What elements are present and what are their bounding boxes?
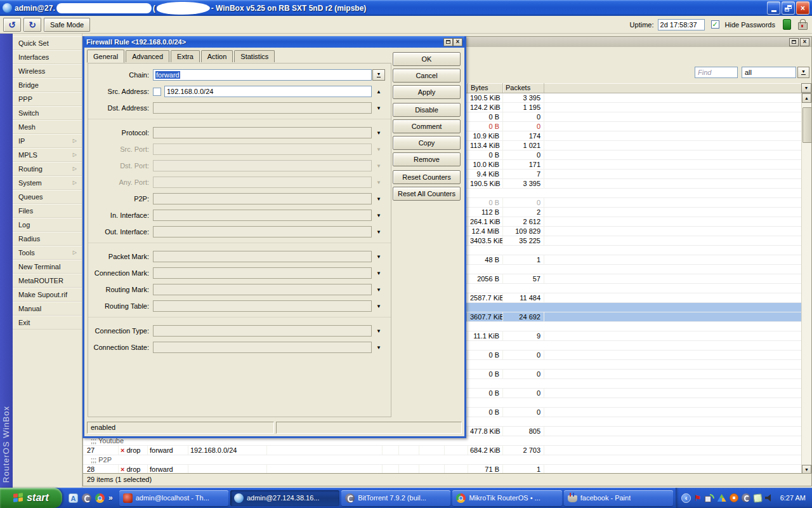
reset-counters-button[interactable]: Reset Counters xyxy=(393,170,461,184)
close-button[interactable]: × xyxy=(796,1,809,15)
sidebar-item-new-terminal[interactable]: New Terminal xyxy=(13,260,82,274)
comment-button[interactable]: Comment xyxy=(393,119,461,133)
scrollbar-thumb[interactable] xyxy=(802,107,812,143)
arrow-down-icon[interactable]: ▼ xyxy=(372,229,386,235)
dst-port-input[interactable] xyxy=(153,160,372,171)
quick-launch-bittorrent-icon[interactable] xyxy=(82,493,91,503)
remove-button[interactable]: Remove xyxy=(393,152,461,166)
wireless-icon[interactable] xyxy=(705,494,714,502)
arrow-up-icon[interactable]: ▲ xyxy=(372,89,386,95)
sidebar-item-tools[interactable]: Tools▷ xyxy=(13,246,82,260)
sidebar-item-ppp[interactable]: PPP xyxy=(13,92,82,106)
filter-select[interactable]: all xyxy=(742,67,796,78)
reset-all-counters-button[interactable]: Reset All Counters xyxy=(393,187,461,201)
sidebar-item-quick-set[interactable]: Quick Set xyxy=(13,36,82,50)
p2p-input[interactable] xyxy=(153,193,372,204)
safe-mode-button[interactable]: Safe Mode xyxy=(44,18,90,32)
find-input[interactable]: Find xyxy=(695,67,738,78)
dialog-titlebar[interactable]: Firewall Rule <192.168.0.0/24> × xyxy=(84,36,464,48)
disable-button[interactable]: Disable xyxy=(393,103,461,117)
tab-extra[interactable]: Extra xyxy=(171,50,200,62)
start-button[interactable]: start xyxy=(0,488,62,508)
tab-action[interactable]: Action xyxy=(201,50,233,62)
sidebar-item-mpls[interactable]: MPLS▷ xyxy=(13,148,82,162)
firewall-restore-button[interactable] xyxy=(789,38,799,46)
arrow-down-icon[interactable]: ▼ xyxy=(372,147,386,152)
sidebar-item-queues[interactable]: Queues xyxy=(13,190,82,204)
src-port-input[interactable] xyxy=(153,144,372,155)
arrow-down-icon[interactable]: ▼ xyxy=(372,213,386,218)
dst-address-input[interactable] xyxy=(153,102,372,114)
arrow-down-icon[interactable]: ▼ xyxy=(372,345,386,351)
sidebar-item-log[interactable]: Log xyxy=(13,218,82,232)
arrow-down-icon[interactable]: ▼ xyxy=(372,196,386,202)
taskbar-item-admin-27-124-38-16[interactable]: admin@27.124.38.16... xyxy=(230,490,339,506)
volume-icon[interactable] xyxy=(765,494,773,502)
sidebar-item-bridge[interactable]: Bridge xyxy=(13,78,82,92)
redo-button[interactable]: ↻ xyxy=(23,18,41,32)
routing-mark-input[interactable] xyxy=(153,284,372,295)
out-interface-input[interactable] xyxy=(153,226,372,237)
cancel-button[interactable]: Cancel xyxy=(393,69,461,83)
quick-launch-app-a-icon[interactable]: A xyxy=(69,493,78,503)
sidebar-item-make-supout-rif[interactable]: Make Supout.rif xyxy=(13,288,82,302)
ok-button[interactable]: OK xyxy=(393,52,461,66)
taskbar-item-bittorrent-7-9-2-buil[interactable]: BitTorrent 7.9.2 (buil... xyxy=(341,490,450,506)
donut-icon[interactable] xyxy=(730,493,738,502)
sidebar-item-interfaces[interactable]: Interfaces xyxy=(13,50,82,64)
arrow-down-icon[interactable]: ▼ xyxy=(372,304,386,309)
vertical-scrollbar[interactable]: ▲ ▼ xyxy=(801,93,811,474)
comment-row[interactable]: ;;; P2P xyxy=(83,455,801,465)
sidebar-item-manual[interactable]: Manual xyxy=(13,302,82,316)
chain-input[interactable]: forward xyxy=(153,69,372,81)
arrow-down-icon[interactable]: ▼ xyxy=(372,328,386,334)
routing-table-input[interactable] xyxy=(153,300,372,312)
collapse-icon[interactable]: ‹ xyxy=(681,493,691,503)
arrow-down-icon[interactable]: ▼ xyxy=(372,163,386,169)
src-address-input[interactable]: 192.168.0.0/24 xyxy=(164,86,372,97)
packet-mark-input[interactable] xyxy=(153,251,372,262)
dialog-restore-button[interactable] xyxy=(443,38,453,46)
column-header-bytes[interactable]: Bytes xyxy=(468,83,503,93)
src-address-checkbox[interactable] xyxy=(153,88,161,96)
sidebar-item-files[interactable]: Files xyxy=(13,204,82,218)
notes-icon[interactable] xyxy=(753,493,762,502)
apply-button[interactable]: Apply xyxy=(393,85,461,99)
chain-dropdown-button[interactable]: ▼ xyxy=(372,69,385,81)
taskbar-item-facebook-paint[interactable]: facebook - Paint xyxy=(564,490,673,506)
sidebar-item-system[interactable]: System▷ xyxy=(13,176,82,190)
connection-state-input[interactable] xyxy=(153,342,372,353)
bittorrent-icon[interactable] xyxy=(742,493,750,502)
tab-general[interactable]: General xyxy=(87,50,124,63)
firewall-rule-row[interactable]: 27×dropforward192.168.0.0/24684.2 KiB2 7… xyxy=(83,446,801,455)
sidebar-item-exit[interactable]: Exit xyxy=(13,316,82,330)
sidebar-item-wireless[interactable]: Wireless xyxy=(13,64,82,78)
sidebar-item-routing[interactable]: Routing▷ xyxy=(13,162,82,176)
hide-passwords-checkbox[interactable]: ✓ xyxy=(711,20,719,29)
filter-dropdown-button[interactable]: ▼ xyxy=(797,67,809,78)
copy-button[interactable]: Copy xyxy=(393,136,461,150)
undo-button[interactable]: ↺ xyxy=(3,18,21,32)
connection-mark-input[interactable] xyxy=(153,267,372,279)
sidebar-item-mesh[interactable]: Mesh xyxy=(13,120,82,134)
sidebar-item-metarouter[interactable]: MetaROUTER xyxy=(13,274,82,288)
sidebar-item-ip[interactable]: IP▷ xyxy=(13,134,82,148)
scroll-up-button[interactable]: ▲ xyxy=(802,93,811,103)
arrow-down-icon[interactable]: ▼ xyxy=(372,287,386,293)
arrow-down-icon[interactable]: ▼ xyxy=(372,254,386,260)
in-interface-input[interactable] xyxy=(153,210,372,221)
tab-advanced[interactable]: Advanced xyxy=(126,50,169,62)
taskbar-item-mikrotik-routeros[interactable]: MikroTik RouterOS • ... xyxy=(452,490,561,506)
taskbar-item-admin-localhost-th[interactable]: admin@localhost - Th... xyxy=(119,490,228,506)
quick-launch-overflow-icon[interactable]: » xyxy=(108,493,113,502)
arrow-down-icon[interactable]: ▼ xyxy=(372,180,386,185)
dialog-close-button[interactable]: × xyxy=(453,38,462,46)
quick-launch-chrome-icon[interactable] xyxy=(95,493,105,503)
tab-statistics[interactable]: Statistics xyxy=(234,50,275,62)
connection-type-input[interactable] xyxy=(153,325,372,337)
sidebar-item-radius[interactable]: Radius xyxy=(13,232,82,246)
column-selector-button[interactable]: ▼ xyxy=(801,83,811,93)
column-header-packets[interactable]: Packets xyxy=(503,83,544,93)
restore-button[interactable] xyxy=(782,1,795,15)
arrow-down-icon[interactable]: ▼ xyxy=(372,130,386,136)
